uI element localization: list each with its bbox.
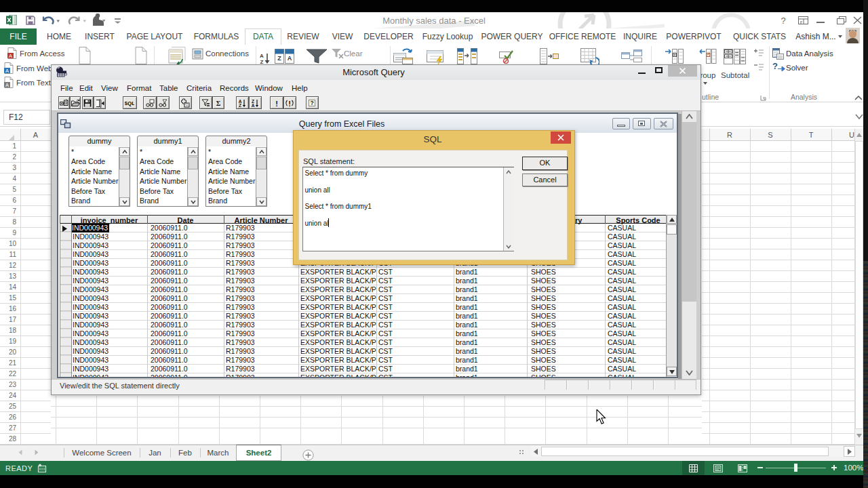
svg-text:A: A bbox=[5, 68, 9, 74]
svg-text:A: A bbox=[288, 55, 292, 62]
svg-text:?: ? bbox=[311, 100, 314, 106]
svg-text:A: A bbox=[260, 53, 264, 59]
svg-text:A: A bbox=[9, 53, 12, 59]
svg-text:!: ! bbox=[275, 99, 278, 107]
svg-text:A: A bbox=[5, 82, 9, 88]
svg-text:A: A bbox=[252, 103, 255, 108]
svg-text:Z: Z bbox=[277, 55, 281, 62]
svg-text:Z: Z bbox=[239, 103, 241, 108]
svg-text:!: ! bbox=[288, 99, 291, 107]
svg-text:SQL: SQL bbox=[125, 100, 134, 106]
svg-text:Σ: Σ bbox=[216, 100, 220, 107]
svg-text:Z: Z bbox=[260, 59, 264, 64]
